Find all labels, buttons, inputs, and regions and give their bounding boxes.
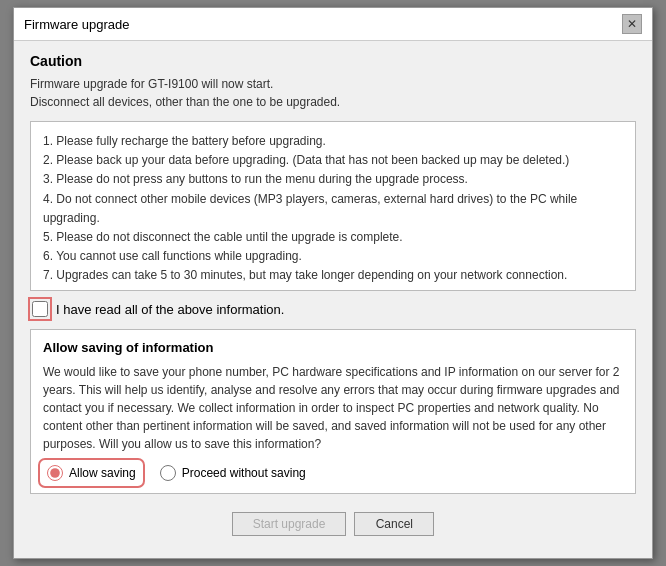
title-bar: Firmware upgrade ✕ <box>14 8 652 41</box>
instructions-box[interactable]: 1. Please fully recharge the battery bef… <box>30 121 636 291</box>
dialog-body: Caution Firmware upgrade for GT-I9100 wi… <box>14 41 652 558</box>
read-confirmation-label: I have read all of the above information… <box>56 302 284 317</box>
instruction-item-1: 1. Please fully recharge the battery bef… <box>43 132 623 151</box>
caution-line1: Firmware upgrade for GT-I9100 will now s… <box>30 75 636 93</box>
start-upgrade-button[interactable]: Start upgrade <box>232 512 347 536</box>
allow-saving-body: We would like to save your phone number,… <box>43 363 623 453</box>
caution-heading: Caution <box>30 53 636 69</box>
read-confirmation-checkbox[interactable] <box>32 301 48 317</box>
instruction-item-2: 2. Please back up your data before upgra… <box>43 151 623 170</box>
proceed-without-saving-label: Proceed without saving <box>182 466 306 480</box>
saving-options-row: Allow saving Proceed without saving <box>43 463 623 483</box>
allow-saving-heading: Allow saving of information <box>43 340 623 355</box>
allow-saving-option[interactable]: Allow saving <box>43 463 140 483</box>
proceed-without-saving-radio[interactable] <box>160 465 176 481</box>
allow-saving-section: Allow saving of information We would lik… <box>30 329 636 494</box>
dialog-title: Firmware upgrade <box>24 17 130 32</box>
cancel-button[interactable]: Cancel <box>354 512 434 536</box>
proceed-without-saving-option[interactable]: Proceed without saving <box>160 465 306 481</box>
allow-saving-label: Allow saving <box>69 466 136 480</box>
close-button[interactable]: ✕ <box>622 14 642 34</box>
caution-line2: Disconnect all devices, other than the o… <box>30 93 636 111</box>
button-row: Start upgrade Cancel <box>30 504 636 546</box>
instruction-item-7: 7. Upgrades can take 5 to 30 minutes, bu… <box>43 266 623 285</box>
read-confirmation-row: I have read all of the above information… <box>30 301 636 317</box>
instruction-item-4: 4. Do not connect other mobile devices (… <box>43 190 623 228</box>
allow-saving-radio[interactable] <box>47 465 63 481</box>
instruction-item-3: 3. Please do not press any buttons to ru… <box>43 170 623 189</box>
instruction-item-5: 5. Please do not disconnect the cable un… <box>43 228 623 247</box>
caution-section: Caution Firmware upgrade for GT-I9100 wi… <box>30 53 636 111</box>
firmware-upgrade-dialog: Firmware upgrade ✕ Caution Firmware upgr… <box>13 7 653 559</box>
instruction-item-6: 6. You cannot use call functions while u… <box>43 247 623 266</box>
